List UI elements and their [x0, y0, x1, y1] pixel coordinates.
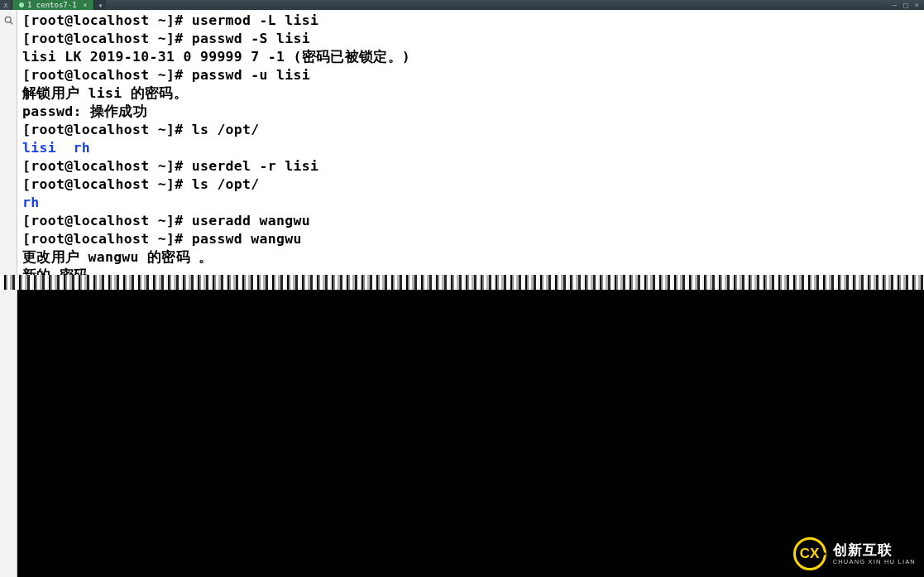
tab-status-dot-icon [19, 2, 24, 7]
terminal-line: [root@localhost ~]# usermod -L lisi [22, 12, 919, 30]
terminal-text: rh [73, 140, 89, 156]
terminal-text: 解锁用户 lisi 的密码。 [22, 85, 188, 101]
terminal-line: lisi rh [22, 139, 919, 157]
terminal-text: [root@localhost ~]# passwd wangwu [22, 231, 302, 247]
terminal-line: [root@localhost ~]# userdel -r lisi [22, 157, 919, 176]
terminal-text [56, 140, 73, 156]
terminal-text: rh [22, 195, 39, 210]
terminal-line: [root@localhost ~]# passwd wangwu [22, 230, 919, 248]
terminal-line: 更改用户 wangwu 的密码 。 [22, 248, 919, 267]
terminal-text: lisi [22, 140, 56, 156]
watermark-text-en: CHUANG XIN HU LIAN [833, 559, 916, 565]
left-gutter [0, 10, 17, 577]
svg-point-0 [5, 17, 11, 22]
terminal-line: rh [22, 194, 919, 212]
terminal-text: passwd: 操作成功 [22, 103, 147, 119]
tab-active[interactable]: 1 centos7-1 × [12, 0, 94, 10]
terminal-line: [root@localhost ~]# ls /opt/ [22, 121, 919, 139]
window-maximize-button[interactable]: □ [903, 1, 907, 9]
terminal-line: passwd: 操作成功 [22, 103, 919, 121]
close-icon: x [3, 1, 7, 9]
terminal-text: 更改用户 wangwu 的密码 。 [22, 249, 213, 265]
render-artifact [0, 275, 924, 290]
terminal-text: [root@localhost ~]# passwd -u lisi [22, 67, 310, 83]
window-controls: — □ × [888, 0, 924, 10]
svg-line-1 [10, 22, 12, 24]
terminal-output[interactable]: [root@localhost ~]# usermod -L lisi[root… [17, 10, 924, 275]
terminal-text: [root@localhost ~]# passwd -S lisi [22, 31, 310, 46]
terminal-line: [root@localhost ~]# passwd -u lisi [22, 66, 919, 84]
terminal-line: [root@localhost ~]# passwd -S lisi [22, 30, 919, 48]
terminal-text: [root@localhost ~]# ls /opt/ [22, 122, 260, 137]
terminal-text: [root@localhost ~]# useradd wangwu [22, 213, 310, 228]
terminal-text: [root@localhost ~]# ls /opt/ [22, 176, 260, 192]
terminal-line: [root@localhost ~]# useradd wangwu [22, 212, 919, 230]
watermark-badge-icon: CX [793, 537, 826, 570]
watermark-text-cn: 创新互联 [833, 543, 916, 557]
tab-close-icon[interactable]: × [84, 2, 88, 9]
terminal-text: [root@localhost ~]# userdel -r lisi [22, 158, 318, 174]
search-icon[interactable] [3, 13, 14, 29]
window-minimize-button[interactable]: — [893, 1, 897, 9]
terminal-text: lisi LK 2019-10-31 0 99999 7 -1 (密码已被锁定。… [22, 49, 410, 65]
terminal-line: [root@localhost ~]# ls /opt/ [22, 176, 919, 194]
terminal-text: [root@localhost ~]# usermod -L lisi [22, 12, 318, 28]
app-window: x 1 centos7-1 × ▾ — □ × [root@localhost … [0, 0, 924, 577]
tab-label: 1 centos7-1 [27, 1, 77, 9]
terminal-line: 解锁用户 lisi 的密码。 [22, 84, 919, 103]
window-close-button[interactable]: × [915, 1, 919, 9]
tabs-close-all[interactable]: x [0, 0, 12, 10]
chevron-down-icon: ▾ [98, 1, 103, 10]
tab-add-button[interactable]: ▾ [94, 0, 106, 10]
terminal-line: lisi LK 2019-10-31 0 99999 7 -1 (密码已被锁定。… [22, 48, 919, 66]
watermark: CX 创新互联 CHUANG XIN HU LIAN [793, 537, 916, 570]
